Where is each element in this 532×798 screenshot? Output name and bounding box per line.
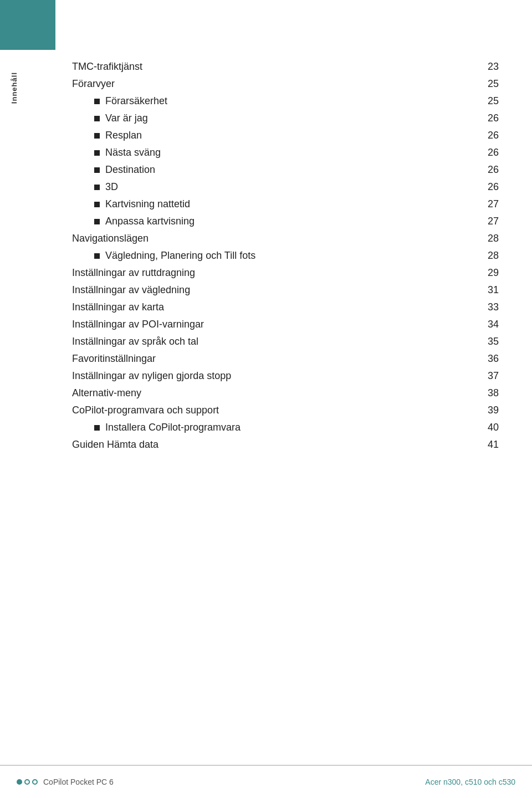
sidebar-label: Innehåll	[10, 72, 18, 104]
toc-page-guiden-hamta: 41	[477, 439, 499, 451]
toc-page-favoritinstallningar: 36	[477, 353, 499, 365]
bullet-kartvisning-nattetid	[94, 202, 100, 207]
toc-label-guiden-hamta: Guiden Hämta data	[72, 439, 477, 451]
toc-entry-installningar-poi: Inställningar av POI-varningar 34	[72, 319, 499, 330]
bullet-3d	[94, 185, 100, 190]
toc-page-copilot-programvara: 39	[477, 405, 499, 416]
toc-entry-kartvisning-nattetid: Kartvisning nattetid 27	[72, 198, 499, 210]
bullet-installera-copilot	[94, 425, 100, 431]
toc-page-var-ar-jag: 26	[477, 112, 499, 124]
toc-entry-anpassa-kartvisning: Anpassa kartvisning 27	[72, 216, 499, 227]
toc-label-installningar-nyligen: Inställningar av nyligen gjorda stopp	[72, 370, 477, 382]
toc-page-installningar-nyligen: 37	[477, 370, 499, 382]
toc-page-nasta-svang: 26	[477, 147, 499, 158]
toc-label-navigationslagen: Navigationslägen	[72, 233, 477, 244]
toc-page-forarsaker: 25	[477, 95, 499, 107]
toc-label-installningar-ruttdragning: Inställningar av ruttdragning	[72, 267, 477, 279]
toc-label-installera-copilot: Installera CoPilot-programvara	[94, 422, 477, 433]
toc-entry-resplan: Resplan 26	[72, 130, 499, 141]
toc-page-installningar-vagledning: 31	[477, 284, 499, 296]
toc-page-installera-copilot: 40	[477, 422, 499, 433]
bullet-forarsaker	[94, 99, 100, 104]
toc-entry-guiden-hamta: Guiden Hämta data 41	[72, 439, 499, 451]
toc-page-anpassa-kartvisning: 27	[477, 216, 499, 227]
toc-label-copilot-programvara: CoPilot-programvara och support	[72, 405, 477, 416]
footer-left: CoPilot Pocket PC 6	[17, 777, 114, 786]
toc-page-destination: 26	[477, 164, 499, 176]
toc-entry-tmc: TMC-trafiktjänst 23	[72, 61, 499, 73]
toc-page-installningar-karta: 33	[477, 301, 499, 313]
toc-entry-installningar-ruttdragning: Inställningar av ruttdragning 29	[72, 267, 499, 279]
toc-entry-destination: Destination 26	[72, 164, 499, 176]
toc-page-3d: 26	[477, 181, 499, 193]
toc-entry-vagledning-planering: Vägledning, Planering och Till fots 28	[72, 250, 499, 262]
toc-label-forarvyer: Förarvyer	[72, 78, 477, 90]
toc-label-installningar-poi: Inställningar av POI-varningar	[72, 319, 477, 330]
toc-label-var-ar-jag: Var är jag	[94, 112, 477, 124]
bullet-anpassa-kartvisning	[94, 219, 100, 224]
toc-page-installningar-poi: 34	[477, 319, 499, 330]
toc-label-installningar-vagledning: Inställningar av vägledning	[72, 284, 477, 296]
toc-page-resplan: 26	[477, 130, 499, 141]
footer: CoPilot Pocket PC 6 Acer n300, c510 och …	[0, 765, 532, 798]
toc-entry-alternativ-meny: Alternativ-meny 38	[72, 387, 499, 399]
toc-page-navigationslagen: 28	[477, 233, 499, 244]
toc-entry-copilot-programvara: CoPilot-programvara och support 39	[72, 405, 499, 416]
bullet-nasta-svang	[94, 150, 100, 156]
bullet-vagledning-planering	[94, 253, 100, 259]
footer-dots	[17, 779, 38, 785]
bullet-destination	[94, 167, 100, 173]
toc-label-favoritinstallningar: Favoritinställningar	[72, 353, 477, 365]
footer-dot-2	[24, 779, 30, 785]
toc-page-installningar-ruttdragning: 29	[477, 267, 499, 279]
footer-dot-3	[32, 779, 38, 785]
top-accent-decoration	[0, 0, 55, 50]
toc-entry-installningar-karta: Inställningar av karta 33	[72, 301, 499, 313]
toc-entry-nasta-svang: Nästa sväng 26	[72, 147, 499, 158]
toc-entry-favoritinstallningar: Favoritinställningar 36	[72, 353, 499, 365]
toc-entry-forarvyer: Förarvyer 25	[72, 78, 499, 90]
toc-page-alternativ-meny: 38	[477, 387, 499, 399]
toc-page-forarvyer: 25	[477, 78, 499, 90]
bullet-var-ar-jag	[94, 116, 100, 121]
toc-label-forarsaker: Förarsäkerhet	[94, 95, 477, 107]
toc-entry-3d: 3D 26	[72, 181, 499, 193]
toc-label-anpassa-kartvisning: Anpassa kartvisning	[94, 216, 477, 227]
toc-label-alternativ-meny: Alternativ-meny	[72, 387, 477, 399]
toc-page-vagledning-planering: 28	[477, 250, 499, 262]
toc-entry-installningar-sprak: Inställningar av språk och tal 35	[72, 336, 499, 347]
toc-label-resplan: Resplan	[94, 130, 477, 141]
toc-page-installningar-sprak: 35	[477, 336, 499, 347]
toc-page-tmc: 23	[477, 61, 499, 73]
toc-label-tmc: TMC-trafiktjänst	[72, 61, 477, 73]
toc-entry-navigationslagen: Navigationslägen 28	[72, 233, 499, 244]
toc-container: TMC-trafiktjänst 23 Förarvyer 25 Förarsä…	[72, 61, 499, 451]
toc-label-installningar-sprak: Inställningar av språk och tal	[72, 336, 477, 347]
toc-entry-installningar-vagledning: Inställningar av vägledning 31	[72, 284, 499, 296]
toc-label-3d: 3D	[94, 181, 477, 193]
toc-entry-installningar-nyligen: Inställningar av nyligen gjorda stopp 37	[72, 370, 499, 382]
toc-label-installningar-karta: Inställningar av karta	[72, 301, 477, 313]
toc-entry-installera-copilot: Installera CoPilot-programvara 40	[72, 422, 499, 433]
toc-label-vagledning-planering: Vägledning, Planering och Till fots	[94, 250, 477, 262]
footer-dot-1	[17, 779, 22, 785]
main-content: TMC-trafiktjänst 23 Förarvyer 25 Förarsä…	[72, 0, 499, 500]
toc-entry-forarsaker: Förarsäkerhet 25	[72, 95, 499, 107]
toc-entry-var-ar-jag: Var är jag 26	[72, 112, 499, 124]
toc-label-kartvisning-nattetid: Kartvisning nattetid	[94, 198, 477, 210]
toc-page-kartvisning-nattetid: 27	[477, 198, 499, 210]
footer-device-name: Acer n300, c510 och c530	[425, 777, 515, 786]
toc-label-nasta-svang: Nästa sväng	[94, 147, 477, 158]
toc-label-destination: Destination	[94, 164, 477, 176]
footer-product-name: CoPilot Pocket PC 6	[43, 777, 114, 786]
bullet-resplan	[94, 133, 100, 139]
